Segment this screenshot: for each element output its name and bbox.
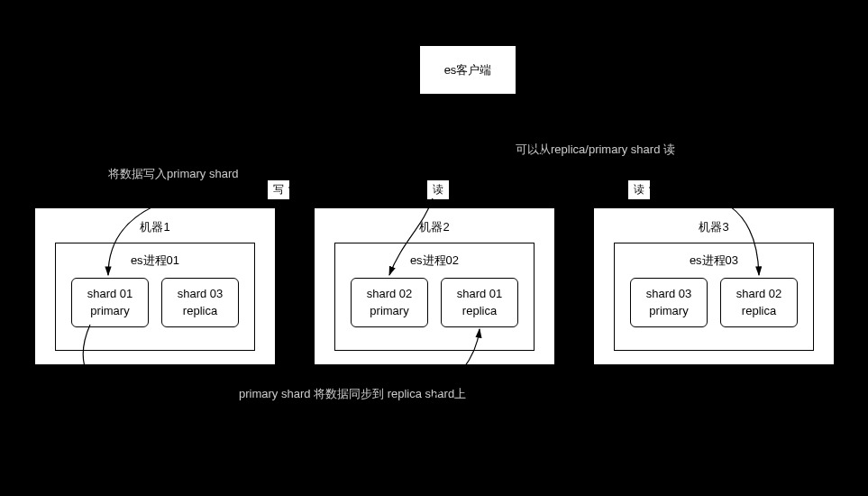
process-3: es进程03 shard 03 primary shard 02 replica [614, 243, 814, 351]
machine-1: 机器1 es进程01 shard 01 primary shard 03 rep… [34, 207, 276, 365]
process-3-title: es进程03 [615, 253, 813, 269]
shard-role: primary [649, 303, 688, 319]
shard-role: replica [742, 303, 776, 319]
client-box: es客户端 [419, 45, 516, 95]
shard-role: replica [462, 303, 497, 319]
machine-2: 机器2 es进程02 shard 02 primary shard 01 rep… [314, 207, 555, 365]
shard-03-primary: shard 03 primary [630, 278, 708, 327]
process-1-title: es进程01 [56, 253, 254, 269]
process-2: es进程02 shard 02 primary shard 01 replica [334, 243, 535, 351]
edge-read-label-1: 读 [426, 179, 450, 200]
client-label: es客户端 [444, 62, 492, 78]
edge-read-label-2: 读 [627, 179, 651, 200]
shard-role: primary [90, 303, 129, 319]
shard-name: shard 01 [87, 286, 133, 302]
process-2-title: es进程02 [335, 253, 534, 269]
shard-01-primary: shard 01 primary [71, 278, 149, 327]
shard-role: replica [183, 303, 217, 319]
shard-name: shard 01 [457, 286, 503, 302]
shard-name: shard 03 [178, 286, 224, 302]
edge-write-label: 写 [267, 179, 290, 200]
shard-name: shard 03 [646, 286, 692, 302]
shard-role: primary [370, 303, 408, 319]
write-annotation: 将数据写入primary shard [108, 166, 238, 182]
shard-02-replica: shard 02 replica [720, 278, 798, 327]
machine-3: 机器3 es进程03 shard 03 primary shard 02 rep… [593, 207, 835, 365]
shard-01-replica: shard 01 replica [441, 278, 518, 327]
machine-2-title: 机器2 [315, 219, 554, 235]
shard-name: shard 02 [367, 286, 413, 302]
shard-02-primary: shard 02 primary [351, 278, 428, 327]
read-annotation: 可以从replica/primary shard 读 [516, 142, 675, 158]
machine-3-title: 机器3 [594, 219, 834, 235]
process-1: es进程01 shard 01 primary shard 03 replica [55, 243, 255, 351]
shard-03-replica: shard 03 replica [161, 278, 239, 327]
machine-1-title: 机器1 [35, 219, 275, 235]
shard-name: shard 02 [736, 286, 782, 302]
sync-annotation: primary shard 将数据同步到 replica shard上 [239, 386, 466, 402]
